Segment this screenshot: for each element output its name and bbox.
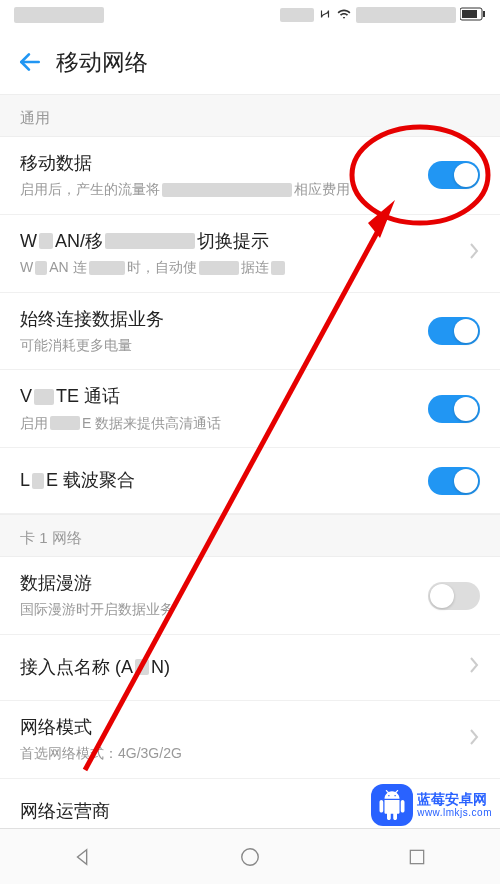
nav-home-button[interactable]	[210, 837, 290, 877]
status-blur	[14, 7, 104, 23]
row-roaming[interactable]: 数据漫游 国际漫游时开启数据业务	[0, 557, 500, 635]
watermark: 蓝莓安卓网 www.lmkjs.com	[371, 784, 492, 826]
nfc-icon	[318, 7, 332, 24]
toggle-volte[interactable]	[428, 395, 480, 423]
row-title: VTE 通话	[20, 384, 418, 409]
nav-recents-button[interactable]	[377, 837, 457, 877]
row-title: 始终连接数据业务	[20, 307, 418, 332]
blur-segment	[34, 389, 54, 405]
row-apn[interactable]: 接入点名称 (AN)	[0, 635, 500, 701]
chevron-right-icon	[468, 241, 480, 265]
status-blur	[280, 8, 314, 22]
blur-segment	[135, 659, 149, 675]
row-title: WAN/移切换提示	[20, 229, 458, 254]
blur-segment	[50, 416, 80, 430]
row-title: 网络模式	[20, 715, 458, 740]
nav-bar	[0, 828, 500, 884]
toggle-lte-ca[interactable]	[428, 467, 480, 495]
blur-segment	[162, 183, 292, 197]
page-header: 移动网络	[0, 30, 500, 94]
row-always-data[interactable]: 始终连接数据业务 可能消耗更多电量	[0, 293, 500, 371]
chevron-right-icon	[468, 727, 480, 751]
row-volte[interactable]: VTE 通话 启用E 数据来提供高清通话	[0, 370, 500, 448]
svg-rect-1	[462, 10, 477, 18]
watermark-text: 蓝莓安卓网 www.lmkjs.com	[417, 792, 492, 818]
row-title: 接入点名称 (AN)	[20, 655, 458, 680]
toggle-always-data[interactable]	[428, 317, 480, 345]
row-title: LE 载波聚合	[20, 468, 418, 493]
back-button[interactable]	[10, 42, 50, 82]
watermark-icon	[371, 784, 413, 826]
settings-list-general: 移动数据 启用后，产生的流量将 相应费用 WAN/移切换提示 WAN 连时，自动…	[0, 137, 500, 514]
triangle-back-icon	[72, 846, 94, 868]
blur-segment	[39, 233, 53, 249]
status-blur	[356, 7, 456, 23]
row-wlan-switch[interactable]: WAN/移切换提示 WAN 连时，自动使据连	[0, 215, 500, 293]
blur-segment	[35, 261, 47, 275]
blur-segment	[271, 261, 285, 275]
chevron-right-icon	[468, 655, 480, 679]
page-title: 移动网络	[56, 47, 148, 78]
row-mobile-data[interactable]: 移动数据 启用后，产生的流量将 相应费用	[0, 137, 500, 215]
nav-back-button[interactable]	[43, 837, 123, 877]
status-bar	[0, 0, 500, 30]
status-right	[280, 7, 486, 24]
row-subtitle: 国际漫游时开启数据业务	[20, 600, 418, 620]
arrow-left-icon	[17, 49, 43, 75]
section-general: 通用	[0, 94, 500, 137]
status-left	[14, 7, 104, 23]
row-subtitle: 可能消耗更多电量	[20, 336, 418, 356]
row-title: 移动数据	[20, 151, 418, 176]
svg-rect-6	[410, 850, 423, 863]
row-lte-ca[interactable]: LE 载波聚合	[0, 448, 500, 514]
row-subtitle: WAN 连时，自动使据连	[20, 258, 458, 278]
row-subtitle: 启用E 数据来提供高清通话	[20, 414, 418, 434]
square-recents-icon	[407, 847, 427, 867]
row-title: 数据漫游	[20, 571, 418, 596]
blur-segment	[89, 261, 125, 275]
svg-marker-4	[78, 849, 87, 864]
row-subtitle: 首选网络模式：4G/3G/2G	[20, 744, 458, 764]
section-sim1: 卡 1 网络	[0, 514, 500, 557]
row-subtitle: 启用后，产生的流量将 相应费用	[20, 180, 418, 200]
toggle-mobile-data[interactable]	[428, 161, 480, 189]
circle-home-icon	[239, 846, 261, 868]
battery-icon	[460, 7, 486, 24]
blur-segment	[105, 233, 195, 249]
toggle-roaming[interactable]	[428, 582, 480, 610]
blur-segment	[199, 261, 239, 275]
wifi-icon	[336, 7, 352, 24]
blur-segment	[32, 473, 44, 489]
row-net-mode[interactable]: 网络模式 首选网络模式：4G/3G/2G	[0, 701, 500, 779]
svg-point-5	[242, 848, 259, 865]
svg-rect-2	[483, 11, 485, 17]
